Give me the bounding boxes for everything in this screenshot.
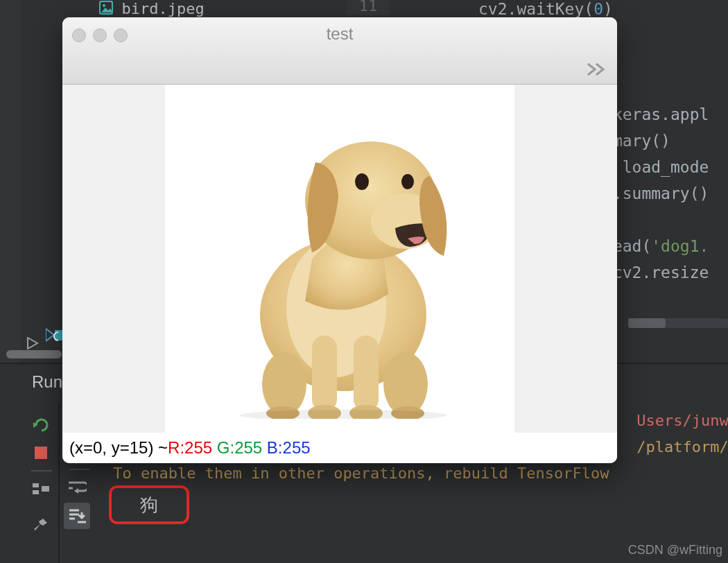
svg-rect-3 — [33, 483, 39, 487]
svg-rect-14 — [354, 336, 379, 412]
window-titlebar[interactable]: test — [62, 17, 617, 85]
left-gutter — [0, 0, 21, 364]
code-text: ead( — [613, 237, 651, 255]
project-scrollbar[interactable] — [6, 350, 62, 358]
stop-button[interactable] — [28, 440, 54, 466]
result-text: 狗 — [140, 493, 158, 517]
image-file-icon — [99, 1, 113, 17]
b-label: B: — [267, 438, 283, 458]
highlighted-result: 狗 — [109, 485, 189, 524]
g-label: G: — [217, 438, 234, 458]
window-title: test — [62, 24, 617, 44]
file-tree-item[interactable]: bird.jpeg — [99, 0, 347, 15]
svg-point-25 — [401, 174, 414, 189]
app-root: bird.jpeg 11 cv2.waitKey(0) AllWindows k… — [0, 0, 728, 563]
svg-rect-5 — [42, 486, 49, 492]
run-side-actions — [28, 409, 55, 540]
g-value: 255 — [234, 438, 262, 458]
code-text: keras.appl — [613, 105, 709, 123]
console-warn: /platform/ — [636, 438, 728, 456]
scroll-to-end-button[interactable] — [64, 503, 90, 529]
chevron-right-icon[interactable] — [587, 62, 607, 80]
soft-wrap-button[interactable] — [64, 474, 90, 501]
image-content — [165, 85, 514, 434]
separator — [31, 470, 52, 471]
console-path: Users/junw — [636, 412, 728, 429]
svg-rect-2 — [35, 447, 47, 459]
separator — [69, 469, 90, 470]
line-number: 11 — [347, 0, 389, 15]
rerun-button[interactable] — [28, 411, 54, 438]
image-viewport[interactable] — [62, 85, 617, 433]
editor-horizontal-scrollbar[interactable] — [628, 318, 728, 328]
image-status-bar: (x=0, y=15) ~ R:255 G:255 B:255 — [62, 433, 617, 463]
pin-button[interactable] — [28, 512, 54, 538]
svg-rect-4 — [33, 490, 39, 494]
pixel-coords: (x=0, y=15) ~ — [69, 438, 168, 458]
b-value: 255 — [283, 438, 311, 458]
scrollbar-thumb[interactable] — [628, 318, 666, 328]
code-text: cv2.resize — [613, 263, 709, 282]
r-value: 255 — [184, 438, 212, 458]
watermark: CSDN @wFitting — [628, 543, 722, 557]
svg-rect-13 — [312, 336, 337, 412]
code-text: load_mode — [613, 158, 709, 176]
tool-separator — [58, 402, 60, 563]
image-preview-window[interactable]: test — [62, 17, 617, 463]
file-name-label: bird.jpeg — [121, 0, 204, 17]
code-text: .summary() — [613, 184, 709, 202]
r-label: R: — [168, 438, 184, 458]
code-text: mary() — [613, 132, 670, 150]
layout-button[interactable] — [28, 476, 54, 502]
console-warn: To enable them in other operations, rebu… — [113, 465, 618, 482]
svg-point-24 — [355, 173, 369, 190]
svg-point-1 — [103, 4, 105, 7]
code-number: 0 — [593, 0, 603, 18]
code-string: 'dog1. — [651, 237, 709, 255]
